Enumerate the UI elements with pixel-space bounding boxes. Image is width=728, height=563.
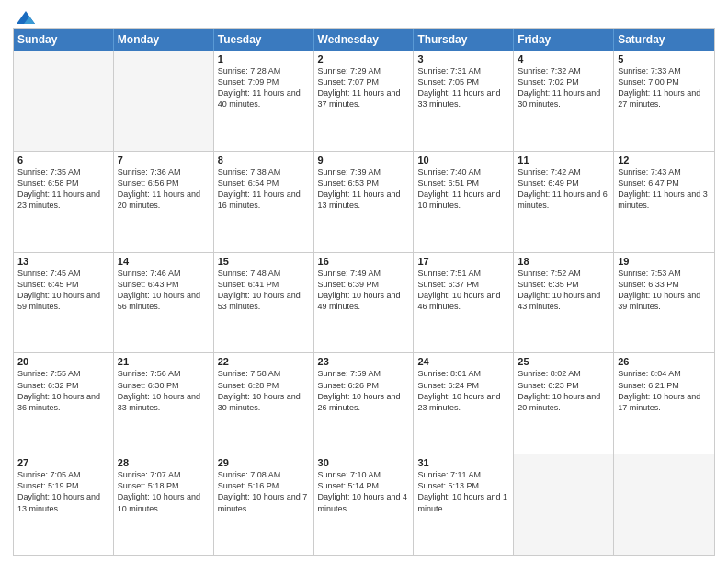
day-number: 29 <box>218 457 310 468</box>
day-cell: 14Sunrise: 7:46 AM Sunset: 6:43 PM Dayli… <box>114 253 214 353</box>
day-info: Sunrise: 8:04 AM Sunset: 6:21 PM Dayligh… <box>618 368 711 413</box>
day-number: 13 <box>17 256 109 267</box>
day-cell: 3Sunrise: 7:31 AM Sunset: 7:05 PM Daylig… <box>414 51 514 151</box>
day-number: 2 <box>318 53 410 64</box>
week-row-4: 20Sunrise: 7:55 AM Sunset: 6:32 PM Dayli… <box>14 353 714 454</box>
day-number: 26 <box>618 356 711 367</box>
day-number: 31 <box>417 457 509 468</box>
day-number: 24 <box>417 356 509 367</box>
day-number: 18 <box>518 256 609 267</box>
day-cell: 7Sunrise: 7:36 AM Sunset: 6:56 PM Daylig… <box>114 152 214 252</box>
week-row-5: 27Sunrise: 7:05 AM Sunset: 5:19 PM Dayli… <box>14 454 714 555</box>
day-name-wednesday: Wednesday <box>314 29 415 51</box>
day-info: Sunrise: 7:52 AM Sunset: 6:35 PM Dayligh… <box>518 268 609 313</box>
day-number: 12 <box>618 155 711 166</box>
day-info: Sunrise: 7:10 AM Sunset: 5:14 PM Dayligh… <box>318 469 410 514</box>
day-cell: 27Sunrise: 7:05 AM Sunset: 5:19 PM Dayli… <box>14 454 114 555</box>
day-cell <box>114 51 214 151</box>
header <box>13 9 715 22</box>
day-number: 3 <box>417 53 509 64</box>
day-cell: 21Sunrise: 7:56 AM Sunset: 6:30 PM Dayli… <box>114 353 214 454</box>
day-number: 25 <box>518 356 609 367</box>
calendar-header: SundayMondayTuesdayWednesdayThursdayFrid… <box>14 29 714 51</box>
day-name-tuesday: Tuesday <box>214 29 314 51</box>
day-info: Sunrise: 7:40 AM Sunset: 6:51 PM Dayligh… <box>417 167 509 212</box>
day-info: Sunrise: 7:46 AM Sunset: 6:43 PM Dayligh… <box>118 268 210 313</box>
day-cell <box>514 454 614 555</box>
day-info: Sunrise: 7:05 AM Sunset: 5:19 PM Dayligh… <box>17 469 109 514</box>
day-cell: 5Sunrise: 7:33 AM Sunset: 7:00 PM Daylig… <box>614 51 714 151</box>
day-cell: 8Sunrise: 7:38 AM Sunset: 6:54 PM Daylig… <box>214 152 314 252</box>
day-cell: 12Sunrise: 7:43 AM Sunset: 6:47 PM Dayli… <box>614 152 714 252</box>
logo-icon <box>15 9 37 26</box>
day-number: 6 <box>17 155 109 166</box>
day-cell: 16Sunrise: 7:49 AM Sunset: 6:39 PM Dayli… <box>314 253 415 353</box>
day-cell: 17Sunrise: 7:51 AM Sunset: 6:37 PM Dayli… <box>414 253 514 353</box>
day-info: Sunrise: 7:56 AM Sunset: 6:30 PM Dayligh… <box>118 368 210 413</box>
day-cell: 13Sunrise: 7:45 AM Sunset: 6:45 PM Dayli… <box>14 253 114 353</box>
day-cell: 19Sunrise: 7:53 AM Sunset: 6:33 PM Dayli… <box>614 253 714 353</box>
day-info: Sunrise: 7:31 AM Sunset: 7:05 PM Dayligh… <box>417 65 509 110</box>
day-number: 17 <box>417 256 509 267</box>
day-cell: 24Sunrise: 8:01 AM Sunset: 6:24 PM Dayli… <box>414 353 514 454</box>
day-number: 19 <box>618 256 711 267</box>
day-cell: 20Sunrise: 7:55 AM Sunset: 6:32 PM Dayli… <box>14 353 114 454</box>
day-cell: 28Sunrise: 7:07 AM Sunset: 5:18 PM Dayli… <box>114 454 214 555</box>
day-info: Sunrise: 7:35 AM Sunset: 6:58 PM Dayligh… <box>17 167 109 212</box>
day-info: Sunrise: 7:43 AM Sunset: 6:47 PM Dayligh… <box>618 167 711 212</box>
day-cell: 22Sunrise: 7:58 AM Sunset: 6:28 PM Dayli… <box>214 353 314 454</box>
day-number: 5 <box>618 53 711 64</box>
week-row-3: 13Sunrise: 7:45 AM Sunset: 6:45 PM Dayli… <box>14 253 714 354</box>
calendar: SundayMondayTuesdayWednesdayThursdayFrid… <box>13 28 715 556</box>
day-info: Sunrise: 7:59 AM Sunset: 6:26 PM Dayligh… <box>318 368 410 413</box>
day-info: Sunrise: 7:38 AM Sunset: 6:54 PM Dayligh… <box>218 167 310 212</box>
day-number: 16 <box>318 256 410 267</box>
week-row-2: 6Sunrise: 7:35 AM Sunset: 6:58 PM Daylig… <box>14 152 714 253</box>
day-cell: 23Sunrise: 7:59 AM Sunset: 6:26 PM Dayli… <box>314 353 415 454</box>
day-info: Sunrise: 7:36 AM Sunset: 6:56 PM Dayligh… <box>118 167 210 212</box>
day-number: 14 <box>118 256 210 267</box>
day-number: 22 <box>218 356 310 367</box>
day-number: 21 <box>118 356 210 367</box>
day-info: Sunrise: 7:42 AM Sunset: 6:49 PM Dayligh… <box>518 167 609 212</box>
day-info: Sunrise: 7:58 AM Sunset: 6:28 PM Dayligh… <box>218 368 310 413</box>
day-cell: 4Sunrise: 7:32 AM Sunset: 7:02 PM Daylig… <box>514 51 614 151</box>
day-number: 10 <box>417 155 509 166</box>
page: SundayMondayTuesdayWednesdayThursdayFrid… <box>0 0 728 563</box>
day-cell: 2Sunrise: 7:29 AM Sunset: 7:07 PM Daylig… <box>314 51 415 151</box>
day-cell: 25Sunrise: 8:02 AM Sunset: 6:23 PM Dayli… <box>514 353 614 454</box>
day-info: Sunrise: 8:01 AM Sunset: 6:24 PM Dayligh… <box>417 368 509 413</box>
day-name-friday: Friday <box>514 29 614 51</box>
day-cell: 1Sunrise: 7:28 AM Sunset: 7:09 PM Daylig… <box>214 51 314 151</box>
logo-area <box>13 9 37 22</box>
day-info: Sunrise: 7:32 AM Sunset: 7:02 PM Dayligh… <box>518 65 609 110</box>
week-row-1: 1Sunrise: 7:28 AM Sunset: 7:09 PM Daylig… <box>14 51 714 152</box>
day-number: 23 <box>318 356 410 367</box>
day-cell: 31Sunrise: 7:11 AM Sunset: 5:13 PM Dayli… <box>414 454 514 555</box>
day-info: Sunrise: 7:49 AM Sunset: 6:39 PM Dayligh… <box>318 268 410 313</box>
day-info: Sunrise: 7:28 AM Sunset: 7:09 PM Dayligh… <box>218 65 310 110</box>
day-number: 30 <box>318 457 410 468</box>
day-name-saturday: Saturday <box>614 29 714 51</box>
day-number: 8 <box>218 155 310 166</box>
day-cell: 9Sunrise: 7:39 AM Sunset: 6:53 PM Daylig… <box>314 152 415 252</box>
day-cell: 26Sunrise: 8:04 AM Sunset: 6:21 PM Dayli… <box>614 353 714 454</box>
day-info: Sunrise: 7:08 AM Sunset: 5:16 PM Dayligh… <box>218 469 310 514</box>
day-info: Sunrise: 7:33 AM Sunset: 7:00 PM Dayligh… <box>618 65 711 110</box>
day-name-sunday: Sunday <box>14 29 114 51</box>
day-cell: 18Sunrise: 7:52 AM Sunset: 6:35 PM Dayli… <box>514 253 614 353</box>
day-info: Sunrise: 7:55 AM Sunset: 6:32 PM Dayligh… <box>17 368 109 413</box>
day-info: Sunrise: 7:53 AM Sunset: 6:33 PM Dayligh… <box>618 268 711 313</box>
calendar-body: 1Sunrise: 7:28 AM Sunset: 7:09 PM Daylig… <box>14 51 714 555</box>
day-number: 4 <box>518 53 609 64</box>
day-number: 27 <box>17 457 109 468</box>
day-cell: 30Sunrise: 7:10 AM Sunset: 5:14 PM Dayli… <box>314 454 415 555</box>
day-number: 7 <box>118 155 210 166</box>
day-cell: 6Sunrise: 7:35 AM Sunset: 6:58 PM Daylig… <box>14 152 114 252</box>
day-info: Sunrise: 7:48 AM Sunset: 6:41 PM Dayligh… <box>218 268 310 313</box>
day-number: 15 <box>218 256 310 267</box>
day-cell: 29Sunrise: 7:08 AM Sunset: 5:16 PM Dayli… <box>214 454 314 555</box>
day-info: Sunrise: 7:11 AM Sunset: 5:13 PM Dayligh… <box>417 469 509 514</box>
day-cell: 15Sunrise: 7:48 AM Sunset: 6:41 PM Dayli… <box>214 253 314 353</box>
logo-text <box>13 9 37 26</box>
